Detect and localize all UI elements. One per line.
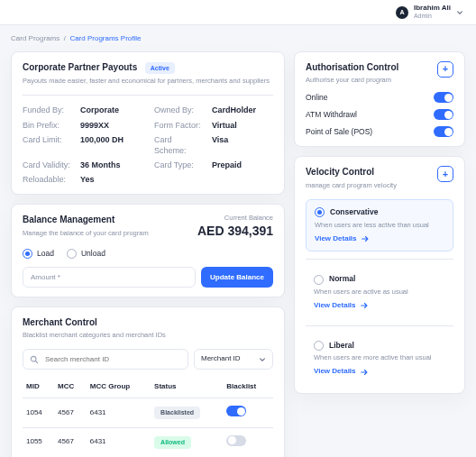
value-card-validity: 36 Months [80, 160, 121, 170]
breadcrumb-root[interactable]: Card Programs [11, 34, 60, 42]
view-details-link[interactable]: View Details [314, 301, 445, 311]
col-mcc-group: MCC Group [87, 377, 151, 398]
col-mcc: MCC [54, 377, 87, 398]
value-reloadable: Yes [80, 174, 95, 185]
label-card-type: Card Type: [154, 160, 205, 170]
col-status: Status [151, 377, 223, 398]
radio-load[interactable]: Load [23, 249, 54, 259]
velocity-option-desc: When users are more active than usual [314, 353, 445, 362]
value-bin-prefix: 9999XX [80, 120, 109, 131]
status-chip: Allowed [154, 436, 191, 448]
auth-toggle[interactable] [434, 92, 453, 103]
velocity-option-name: Conservative [330, 207, 378, 217]
payouts-title: Corporate Partner Payouts [23, 61, 137, 74]
cell-mcc-group: 6431 [87, 398, 151, 428]
table-row: 105445676431Blacklisted [23, 398, 273, 428]
breadcrumb: Card Programs / Card Programs Profile [11, 34, 465, 44]
arrow-right-icon [360, 368, 369, 377]
value-card-type: Prepaid [212, 160, 242, 170]
breadcrumb-current: Card Programs Profile [69, 34, 141, 42]
merchant-filter-label: Merchant ID [201, 354, 241, 364]
table-row: 105545676431Allowed [23, 427, 273, 457]
balance-subtitle: Manage the balance of your card program [23, 229, 149, 238]
col-blacklist: Blacklist [223, 377, 273, 398]
auth-row: ATM Withdrawl [306, 109, 453, 120]
velocity-option-desc: When users are less active than usual [315, 221, 444, 230]
view-details-label: View Details [314, 367, 356, 377]
user-menu[interactable]: A Ibrahim Ali Admin [396, 5, 463, 19]
merchant-title: Merchant Control [23, 316, 273, 329]
label-card-scheme: Card Scheme: [154, 134, 205, 156]
topbar: A Ibrahim Ali Admin [0, 0, 476, 25]
merchant-search[interactable] [23, 349, 188, 370]
velocity-card: Velocity Control manage card program vel… [294, 156, 465, 394]
payouts-subtitle: Payouts made easier, faster and economic… [23, 77, 273, 86]
auth-toggle[interactable] [434, 109, 453, 120]
velocity-option-name: Normal [329, 274, 355, 284]
user-role: Admin [414, 13, 451, 20]
cell-blacklist [223, 398, 273, 428]
velocity-option[interactable]: ConservativeWhen users are less active t… [306, 199, 453, 251]
cell-mcc-group: 6431 [87, 427, 151, 457]
velocity-title: Velocity Control [306, 166, 397, 178]
merchant-subtitle: Blacklist merchant categories and mercha… [23, 331, 273, 340]
cell-mid: 1054 [23, 398, 54, 428]
merchant-table: MID MCC MCC Group Status Blacklist 10544… [23, 377, 273, 457]
chevron-down-icon [456, 9, 463, 16]
radio-dot-icon [315, 207, 325, 217]
label-funded-by: Funded By: [23, 105, 73, 115]
velocity-subtitle: manage card program velocity [306, 181, 397, 190]
amount-input[interactable] [23, 267, 196, 288]
page-body: Card Programs / Card Programs Profile Co… [0, 25, 476, 457]
auth-toggle[interactable] [434, 126, 453, 137]
auth-item-label: Point of Sale (POS) [306, 127, 372, 137]
radio-unload[interactable]: Unload [67, 249, 105, 259]
balance-title: Balance Management [23, 214, 149, 226]
payouts-fields: Funded By:Corporate Owned By:CardHolder … [23, 95, 273, 185]
view-details-link[interactable]: View Details [314, 367, 445, 377]
payouts-card: Corporate Partner Payouts Active Payouts… [11, 51, 285, 195]
add-auth-button[interactable]: + [437, 61, 453, 78]
current-balance-label: Current Balance [197, 214, 273, 223]
radio-unload-label: Unload [81, 249, 105, 259]
auth-title: Authorisation Control [306, 61, 398, 74]
arrow-right-icon [360, 301, 369, 310]
auth-row: Online [306, 92, 453, 103]
label-bin-prefix: Bin Prefix: [23, 120, 73, 131]
velocity-option[interactable]: LiberalWhen users are more active than u… [306, 334, 453, 384]
add-velocity-button[interactable]: + [437, 166, 453, 182]
view-details-label: View Details [314, 301, 356, 311]
merchant-filter-select[interactable]: Merchant ID [194, 349, 273, 370]
user-name: Ibrahim Ali [414, 5, 451, 13]
load-unload-options: Load Unload [23, 249, 273, 259]
balance-card: Balance Management Manage the balance of… [11, 204, 285, 297]
auth-item-label: ATM Withdrawl [306, 110, 357, 120]
arrow-right-icon [361, 234, 370, 243]
user-meta: Ibrahim Ali Admin [414, 5, 451, 19]
col-mid: MID [23, 377, 54, 398]
radio-dot-icon [314, 275, 324, 285]
cell-mcc: 4567 [54, 427, 87, 457]
blacklist-toggle[interactable] [226, 435, 246, 446]
radio-dot-icon [314, 341, 324, 351]
svg-line-1 [35, 361, 37, 362]
velocity-option[interactable]: NormalWhen users are active as usualView… [306, 267, 453, 317]
value-card-limit: 100,000 DH [80, 134, 124, 156]
label-owned-by: Owned By: [154, 105, 205, 115]
label-form-factor: Form Factor: [154, 120, 205, 131]
velocity-option-name: Liberal [329, 341, 354, 351]
update-balance-button[interactable]: Update Balance [201, 267, 273, 288]
auth-item-label: Online [306, 93, 328, 103]
cell-status: Allowed [151, 427, 223, 457]
auth-subtitle: Authorise your card program [306, 76, 398, 85]
merchant-search-input[interactable] [43, 354, 181, 364]
divider [306, 325, 453, 326]
view-details-label: View Details [315, 234, 357, 244]
label-reloadable: Reloadable: [23, 174, 73, 185]
payouts-header: Corporate Partner Payouts Active [23, 61, 273, 74]
blacklist-toggle[interactable] [226, 406, 246, 416]
chevron-down-icon [259, 356, 266, 363]
value-form-factor: Virtual [212, 120, 237, 131]
view-details-link[interactable]: View Details [315, 234, 444, 244]
value-funded-by: Corporate [80, 105, 119, 115]
